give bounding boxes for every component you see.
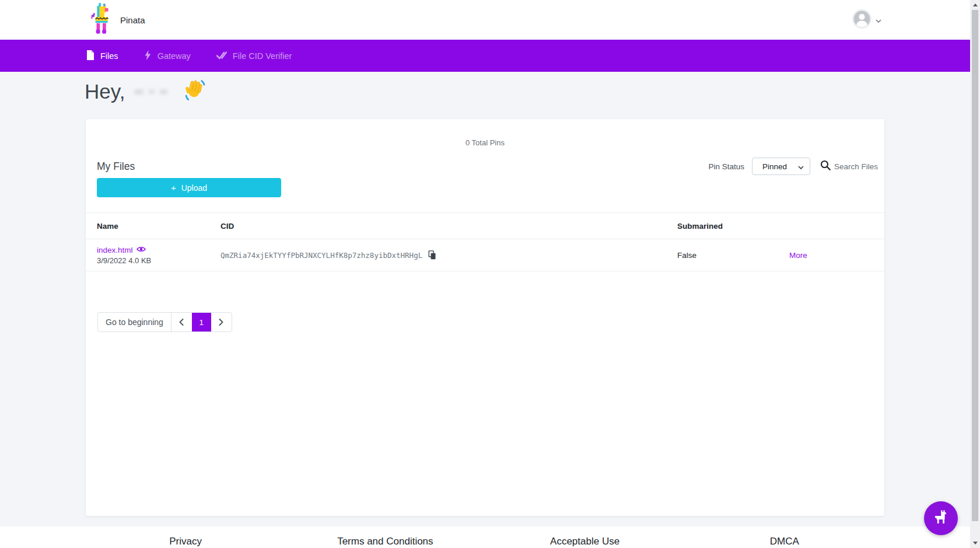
waving-hand-icon: [182, 78, 206, 105]
footer-link-acceptable-use[interactable]: Acceptable Use: [485, 536, 685, 547]
next-page-button[interactable]: [211, 313, 232, 331]
cell-actions: More: [771, 239, 873, 271]
page-footer: Privacy Terms and Conditions Acceptable …: [0, 526, 970, 548]
chevron-down-icon: [876, 15, 881, 25]
plus-icon: +: [171, 183, 176, 193]
page-number-button[interactable]: 1: [192, 313, 211, 331]
brand[interactable]: Pinata: [90, 0, 145, 40]
cell-cid: QmZRia74xjEkTYYfPbRJNXCYLHfK8p7zhz8yibDx…: [220, 239, 677, 271]
search-icon: [820, 159, 831, 173]
nav-item-file-cid-verifier[interactable]: File CID Verifier: [216, 51, 292, 61]
search-files-button[interactable]: Search Files: [820, 159, 878, 173]
cid-value: QmZRia74xjEkTYYfPbRJNXCYLHfK8p7zhz8yibDx…: [220, 251, 422, 260]
go-to-beginning-button[interactable]: Go to beginning: [98, 313, 172, 331]
nav-item-label: File CID Verifier: [233, 51, 292, 61]
select-chevron-icon: [798, 162, 804, 171]
previous-page-button[interactable]: [172, 313, 192, 331]
main-nav: Files Gateway File CID Verifier: [0, 40, 970, 72]
column-header-submarined: Submarined: [677, 213, 771, 239]
footer-link-terms[interactable]: Terms and Conditions: [285, 536, 485, 547]
copy-icon[interactable]: [428, 250, 436, 260]
more-link[interactable]: More: [789, 251, 807, 260]
pinata-fab-button[interactable]: [924, 501, 958, 535]
panel-controls: My Files Pin Status Pinned Search Files: [97, 156, 878, 176]
pin-status-select[interactable]: Pinned: [752, 158, 810, 175]
file-icon: [86, 50, 94, 62]
panel-title: My Files: [97, 160, 135, 173]
upload-button[interactable]: + Upload: [97, 178, 281, 197]
llama-icon: [933, 509, 949, 528]
greeting: Hey,: [85, 78, 206, 105]
search-files-label: Search Files: [834, 162, 878, 171]
pin-status-value: Pinned: [762, 162, 787, 171]
footer-link-dmca[interactable]: DMCA: [685, 536, 884, 547]
avatar: [852, 9, 872, 31]
redacted-username: [131, 83, 176, 100]
filter-controls: Pin Status Pinned Search Files: [708, 158, 878, 175]
column-header-cid: CID: [220, 213, 677, 239]
greeting-text: Hey,: [85, 80, 125, 103]
column-header-actions: [771, 213, 873, 239]
table-row: index.html 3/9/2022 4.0 KB QmZRia74xjEkT…: [86, 239, 884, 271]
scrollbar-up-arrow-icon[interactable]: [973, 4, 978, 6]
user-menu[interactable]: [852, 0, 881, 40]
cell-submarined: False: [677, 239, 771, 271]
column-header-name: Name: [97, 213, 220, 239]
scrollbar-thumb[interactable]: [972, 10, 978, 521]
nav-item-gateway[interactable]: Gateway: [144, 50, 191, 62]
files-table: Name CID Submarined index.html 3/9/2022 …: [86, 212, 884, 271]
table-header-row: Name CID Submarined: [86, 212, 884, 239]
pin-status-label: Pin Status: [708, 162, 744, 171]
nav-item-files[interactable]: Files: [86, 50, 118, 62]
cell-name: index.html 3/9/2022 4.0 KB: [97, 239, 220, 271]
eye-icon[interactable]: [136, 246, 146, 254]
scrollbar[interactable]: [970, 0, 980, 548]
brand-name: Pinata: [120, 15, 145, 25]
nav-item-label: Files: [100, 51, 118, 61]
files-panel: 0 Total Pins My Files Pin Status Pinned …: [86, 119, 884, 516]
double-check-icon: [216, 51, 227, 61]
app-header: Pinata: [0, 0, 970, 40]
pinata-logo-icon: [90, 3, 115, 37]
file-name-link[interactable]: index.html: [97, 246, 220, 254]
footer-links: Privacy Terms and Conditions Acceptable …: [86, 536, 884, 547]
scrollbar-down-arrow-icon[interactable]: [973, 542, 978, 544]
total-pins-text: 0 Total Pins: [86, 138, 884, 147]
pagination: Go to beginning 1: [97, 312, 232, 332]
footer-link-privacy[interactable]: Privacy: [86, 536, 285, 547]
file-meta: 3/9/2022 4.0 KB: [97, 256, 220, 265]
lightning-icon: [144, 50, 152, 62]
nav-item-label: Gateway: [158, 51, 191, 61]
